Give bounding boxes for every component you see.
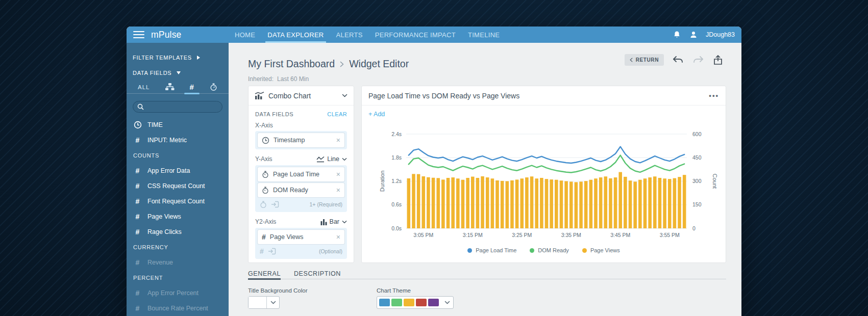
inherited-label: Inherited: [248, 75, 274, 83]
sidebar-item-font-request-count[interactable]: #Font Request Count [127, 194, 229, 209]
hash-icon: # [133, 228, 142, 236]
chart-theme-control: Chart Theme [377, 287, 454, 309]
notifications-bell-icon[interactable] [672, 30, 681, 39]
sidebar-item-css-request-count[interactable]: #CSS Request Count [127, 178, 229, 194]
svg-text:Duration: Duration [379, 171, 385, 192]
sidebar-item-page-views[interactable]: #Page Views [127, 209, 229, 224]
main-nav: HOMEDATA EXPLORERALERTSPERFORMANCE IMPAC… [229, 27, 506, 43]
sidebar-search-input[interactable] [133, 101, 222, 113]
timer-icon [262, 187, 269, 194]
sidebar-item-label: Bounce Rate Percent [147, 305, 208, 312]
chart-title: Page Load Time vs DOM Ready vs Page View… [368, 92, 709, 100]
sidebar-item-label: Revenue [147, 259, 173, 266]
sidebar-item-label: CSS Request Count [147, 182, 205, 190]
chart-theme-label: Chart Theme [377, 287, 454, 294]
title-bg-color-dropdown[interactable] [248, 296, 280, 309]
remove-field-button[interactable]: × [336, 137, 340, 144]
x-axis-dropzone[interactable]: Timestamp × [255, 131, 347, 149]
svg-text:3:25 PM: 3:25 PM [512, 232, 532, 238]
sidebar-item-time[interactable]: TIME [127, 117, 229, 133]
editor-controls: RETURN [625, 54, 724, 66]
breadcrumb-dashboard-link[interactable]: My First Dashboard [248, 58, 335, 70]
y-axis-drop-hint: 1+ (Required) [258, 199, 344, 210]
field-chip-dom-ready[interactable]: DOM Ready × [258, 183, 344, 197]
clear-fields-button[interactable]: CLEAR [327, 111, 347, 117]
y2-axis-mode-dropdown[interactable]: Bar [320, 218, 347, 225]
desktop-background: mPulse HOMEDATA EXPLORERALERTSPERFORMANC… [0, 0, 868, 316]
svg-text:150: 150 [692, 201, 702, 207]
sidebar-item-app-error-data[interactable]: #App Error Data [127, 163, 229, 178]
y-axis-dropzone[interactable]: Page Load Time × DOM Ready × 1+ (Require… [255, 165, 347, 212]
legend-item-dom-ready[interactable]: DOM Ready [530, 247, 569, 253]
widget-menu-button[interactable]: ••• [709, 92, 719, 99]
hash-icon: # [133, 258, 142, 267]
sidebar-item-rage-clicks[interactable]: #Rage Clicks [127, 224, 229, 240]
svg-text:300: 300 [692, 178, 702, 184]
y-axis-label: Y-Axis [255, 155, 272, 163]
nav-item-data-explorer[interactable]: DATA EXPLORER [261, 27, 330, 43]
tab-metrics[interactable]: # [190, 81, 194, 93]
chevron-down-icon [270, 301, 276, 304]
remove-field-button[interactable]: × [336, 171, 340, 178]
sidebar-item-label: Page Views [147, 213, 181, 220]
tab-all-fields[interactable]: ALL [138, 81, 150, 93]
main-content: My First Dashboard Widget Editor Inherit… [229, 43, 741, 316]
chart-theme-dropdown[interactable] [377, 296, 454, 309]
remove-field-button[interactable]: × [336, 187, 340, 194]
hash-icon: # [190, 83, 194, 91]
timer-ghost-icon [260, 201, 267, 208]
filter-templates-toggle[interactable]: FILTER TEMPLATES [133, 53, 224, 62]
add-annotation-button[interactable]: + Add [368, 111, 385, 118]
search-icon [137, 103, 144, 110]
svg-text:3:05 PM: 3:05 PM [413, 232, 433, 238]
sidebar-item-input-metric[interactable]: #INPUT: Metric [127, 133, 229, 148]
breadcrumb: My First Dashboard Widget Editor [248, 58, 409, 70]
hamburger-menu-icon[interactable] [133, 31, 144, 38]
username[interactable]: JDough83 [706, 31, 735, 38]
remove-field-button[interactable]: × [336, 233, 340, 241]
tab-dimensions[interactable] [165, 81, 175, 93]
undo-button[interactable] [673, 55, 684, 66]
chart-preview-card: Page Load Time vs DOM Ready vs Page View… [361, 86, 726, 263]
user-avatar-icon[interactable] [689, 30, 698, 39]
return-label: RETURN [636, 57, 659, 63]
hash-icon: # [133, 167, 142, 175]
data-fields-toggle[interactable]: DATA FIELDS [133, 68, 224, 77]
field-chip-timestamp[interactable]: Timestamp × [258, 133, 344, 147]
redo-button[interactable] [692, 55, 704, 66]
sidebar-item-label: TIME [147, 121, 163, 128]
nav-item-performance-impact[interactable]: PERFORMANCE IMPACT [369, 27, 462, 43]
sidebar-item-label: App Error Percent [147, 289, 199, 297]
y-axis-mode-dropdown[interactable]: Line [316, 155, 347, 163]
field-name: Timestamp [274, 137, 332, 144]
sidebar-item-label: Rage Clicks [147, 228, 182, 235]
sidebar-item-bounce-rate-percent: #Bounce Rate Percent [127, 301, 229, 316]
tab-timers[interactable] [210, 81, 217, 93]
y2-axis-dropzone[interactable]: # Page Views × # (Optional) [255, 228, 347, 259]
svg-text:600: 600 [692, 131, 702, 137]
chart-type-dropdown[interactable]: Combo Chart [249, 86, 354, 106]
field-name: Page Views [270, 233, 332, 241]
field-chip-page-load-time[interactable]: Page Load Time × [258, 167, 344, 181]
svg-text:2.4s: 2.4s [391, 131, 402, 137]
data-fields-config: DATA FIELDS CLEAR X-Axis Timestamp × Y-A… [249, 106, 354, 259]
export-share-button[interactable] [712, 55, 724, 66]
field-chip-page-views[interactable]: # Page Views × [258, 230, 344, 244]
y-axis-mode-value: Line [327, 155, 339, 163]
title-bg-color-control: Title Background Color [248, 287, 308, 309]
legend-item-page-load-time[interactable]: Page Load Time [467, 247, 516, 253]
hash-icon: # [133, 289, 142, 297]
legend-item-page-views[interactable]: Page Views [582, 247, 620, 253]
sidebar-section-percent: PERCENT [127, 270, 229, 285]
settings-tab-general[interactable]: GENERAL [248, 270, 281, 279]
nav-item-alerts[interactable]: ALERTS [330, 27, 369, 43]
svg-text:3:55 PM: 3:55 PM [660, 232, 680, 238]
sidebar-item-label: App Error Data [147, 167, 190, 174]
nav-item-timeline[interactable]: TIMELINE [462, 27, 506, 43]
nav-item-home[interactable]: HOME [229, 27, 261, 43]
title-bg-color-label: Title Background Color [248, 287, 308, 294]
legend-label: Page Load Time [476, 247, 516, 253]
timer-icon [210, 83, 217, 91]
settings-tab-description[interactable]: DESCRIPTION [294, 270, 341, 279]
return-button[interactable]: RETURN [625, 54, 664, 66]
